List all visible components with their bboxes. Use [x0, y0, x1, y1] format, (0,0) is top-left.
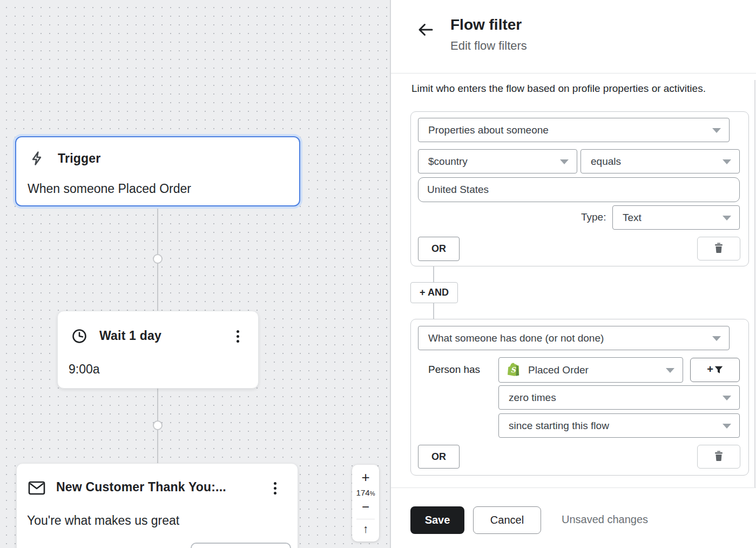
flow-filter-panel: Flow filter Edit flow filters Limit who …: [390, 0, 756, 548]
header-divider: [391, 73, 756, 73]
zoom-toolbar: + 174% − ↑: [352, 465, 379, 542]
toolbar-divider: [356, 519, 375, 519]
caret-down-icon: [666, 368, 674, 373]
filter-description: Limit who enters the flow based on profi…: [411, 83, 706, 95]
footer-divider: [391, 487, 756, 488]
filter-group-1: Properties about someone $country equals…: [410, 111, 749, 266]
wait-node[interactable]: Wait 1 day 9:00a: [57, 311, 259, 389]
caret-down-icon: [723, 159, 731, 164]
email-status-badge: [191, 543, 291, 548]
zoom-level: 174%: [356, 488, 375, 497]
zoom-in-button[interactable]: +: [361, 470, 369, 484]
scrollbar[interactable]: [754, 80, 755, 487]
person-has-label: Person has: [428, 364, 480, 376]
trigger-node-subtitle: When someone Placed Order: [28, 182, 191, 196]
connector-waypoint: [153, 420, 163, 430]
trash-icon: [714, 243, 723, 255]
clock-icon: [71, 328, 87, 346]
property-dropdown[interactable]: $country: [418, 149, 577, 173]
type-dropdown[interactable]: Text: [612, 205, 740, 230]
caret-down-icon: [723, 424, 731, 429]
page-title: Flow filter: [450, 16, 522, 34]
add-and-condition-button[interactable]: + AND: [410, 282, 458, 303]
caret-down-icon: [723, 216, 731, 220]
operator-dropdown[interactable]: equals: [580, 149, 740, 173]
timeframe-dropdown[interactable]: since starting this flow: [498, 413, 740, 438]
cancel-button[interactable]: Cancel: [473, 506, 541, 534]
trigger-node-title: Trigger: [58, 151, 100, 166]
category-dropdown[interactable]: Properties about someone: [418, 118, 730, 142]
connector-waypoint: [153, 254, 163, 264]
shopify-bag-icon: S: [508, 363, 521, 378]
unsaved-changes-status: Unsaved changes: [562, 513, 648, 526]
flow-canvas[interactable]: Trigger When someone Placed Order Wait 1…: [0, 0, 390, 548]
value-input[interactable]: [418, 177, 740, 202]
delete-condition-button[interactable]: [697, 237, 740, 260]
email-node[interactable]: New Customer Thank You:... You're what m…: [16, 463, 298, 548]
page-subtitle: Edit flow filters: [450, 39, 527, 53]
back-arrow-icon[interactable]: [416, 21, 435, 40]
funnel-icon: [714, 366, 723, 374]
category-dropdown[interactable]: What someone has done (or not done): [418, 326, 730, 350]
caret-down-icon: [723, 396, 731, 400]
caret-down-icon: [712, 336, 721, 341]
wait-node-subtitle: 9:00a: [69, 362, 100, 377]
zoom-out-button[interactable]: −: [362, 500, 369, 513]
type-label: Type:: [581, 211, 606, 223]
add-event-filter-button[interactable]: +: [690, 358, 740, 382]
svg-text:S: S: [510, 365, 516, 373]
caret-down-icon: [560, 159, 569, 164]
wait-node-title: Wait 1 day: [99, 329, 161, 343]
trigger-node[interactable]: Trigger When someone Placed Order: [15, 136, 300, 206]
event-dropdown[interactable]: S Placed Order: [498, 357, 683, 383]
or-button[interactable]: OR: [418, 445, 460, 469]
trash-icon: [714, 451, 723, 463]
email-node-subtitle: You're what makes us great: [27, 513, 179, 528]
kebab-menu-icon[interactable]: [232, 328, 243, 345]
envelope-icon: [28, 480, 45, 498]
save-button[interactable]: Save: [410, 506, 464, 534]
or-button[interactable]: OR: [418, 237, 460, 261]
recenter-button[interactable]: ↑: [363, 523, 369, 534]
delete-condition-button[interactable]: [697, 445, 740, 469]
filter-group-2: What someone has done (or not done) Pers…: [410, 319, 749, 476]
caret-down-icon: [712, 128, 721, 133]
kebab-menu-icon[interactable]: [269, 479, 280, 497]
email-node-title: New Customer Thank You:...: [56, 480, 226, 494]
frequency-dropdown[interactable]: zero times: [498, 385, 740, 410]
lightning-icon: [29, 150, 45, 169]
